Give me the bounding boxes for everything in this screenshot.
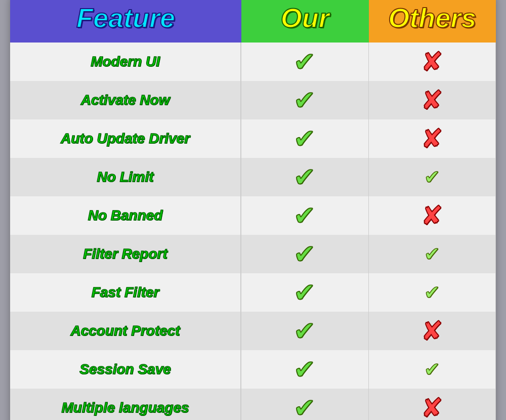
- check-icon: ✔: [293, 356, 316, 383]
- our-cell: ✔: [241, 196, 368, 235]
- table-row: Multiple languages✔✘: [10, 389, 496, 420]
- table-header: Feature Our Others: [10, 0, 496, 43]
- check-icon: ✔: [293, 164, 316, 190]
- feature-cell: Multiple languages: [10, 389, 241, 420]
- feature-cell: No Limit: [10, 158, 241, 196]
- table-row: Session Save✔✔: [10, 350, 496, 389]
- table-row: Modern UI✔✘: [10, 43, 496, 81]
- check-icon: ✔: [293, 318, 316, 344]
- others-cell: ✘: [369, 119, 496, 158]
- check-icon: ✔: [293, 87, 316, 113]
- check-icon: ✔: [424, 360, 440, 379]
- check-icon: ✔: [293, 125, 316, 152]
- cross-icon: ✘: [421, 49, 443, 75]
- check-icon: ✔: [293, 395, 316, 420]
- cross-icon: ✘: [421, 395, 443, 420]
- others-cell: ✔: [369, 235, 496, 273]
- check-icon: ✔: [424, 283, 440, 302]
- others-cell: ✔: [369, 273, 496, 312]
- feature-cell: Filter Report: [10, 235, 241, 273]
- table-row: Filter Report✔✔: [10, 235, 496, 273]
- our-cell: ✔: [241, 43, 368, 81]
- header-others: Others: [369, 0, 496, 43]
- feature-cell: No Banned: [10, 196, 241, 235]
- cross-icon: ✘: [421, 202, 443, 229]
- feature-cell: Modern UI: [10, 43, 241, 81]
- our-cell: ✔: [241, 158, 368, 196]
- cross-icon: ✘: [421, 318, 443, 344]
- check-icon: ✔: [293, 202, 316, 229]
- check-icon: ✔: [293, 49, 316, 75]
- comparison-table: Feature Our Others Modern UI✔✘Activate N…: [10, 0, 496, 420]
- our-cell: ✔: [241, 350, 368, 389]
- table-row: No Limit✔✔: [10, 158, 496, 196]
- others-cell: ✘: [369, 43, 496, 81]
- our-cell: ✔: [241, 273, 368, 312]
- others-cell: ✘: [369, 312, 496, 350]
- cross-icon: ✘: [421, 87, 443, 113]
- table-row: Fast Filter✔✔: [10, 273, 496, 312]
- cross-icon: ✘: [421, 125, 443, 152]
- our-cell: ✔: [241, 389, 368, 420]
- feature-cell: Session Save: [10, 350, 241, 389]
- table-body: Modern UI✔✘Activate Now✔✘Auto Update Dri…: [10, 43, 496, 420]
- our-cell: ✔: [241, 312, 368, 350]
- others-cell: ✘: [369, 81, 496, 119]
- check-icon: ✔: [424, 167, 440, 187]
- feature-cell: Activate Now: [10, 81, 241, 119]
- feature-cell: Fast Filter: [10, 273, 241, 312]
- header-feature: Feature: [10, 0, 241, 43]
- feature-cell: Account Protect: [10, 312, 241, 350]
- others-cell: ✔: [369, 350, 496, 389]
- header-our: Our: [241, 0, 368, 43]
- check-icon: ✔: [424, 244, 440, 264]
- our-cell: ✔: [241, 235, 368, 273]
- others-cell: ✘: [369, 196, 496, 235]
- table-row: Activate Now✔✘: [10, 81, 496, 119]
- our-cell: ✔: [241, 81, 368, 119]
- check-icon: ✔: [293, 279, 316, 306]
- table-row: Account Protect✔✘: [10, 312, 496, 350]
- check-icon: ✔: [293, 241, 316, 267]
- table-row: Auto Update Driver✔✘: [10, 119, 496, 158]
- others-cell: ✔: [369, 158, 496, 196]
- others-cell: ✘: [369, 389, 496, 420]
- our-cell: ✔: [241, 119, 368, 158]
- feature-cell: Auto Update Driver: [10, 119, 241, 158]
- table-row: No Banned✔✘: [10, 196, 496, 235]
